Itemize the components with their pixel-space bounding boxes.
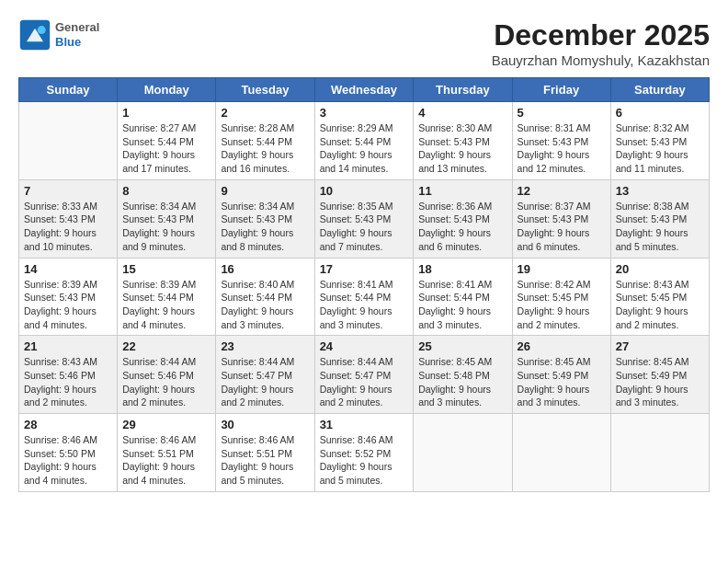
day-info: Sunrise: 8:31 AMSunset: 5:43 PMDaylight:… bbox=[518, 121, 606, 176]
day-number: 3 bbox=[320, 106, 409, 120]
calendar-header-tuesday: Tuesday bbox=[216, 78, 314, 102]
calendar-week-row: 7Sunrise: 8:33 AMSunset: 5:43 PMDaylight… bbox=[19, 179, 710, 258]
day-info: Sunrise: 8:45 AMSunset: 5:48 PMDaylight:… bbox=[418, 355, 506, 409]
calendar-cell bbox=[19, 102, 118, 180]
day-info: Sunrise: 8:29 AMSunset: 5:44 PMDaylight:… bbox=[320, 121, 409, 176]
calendar-cell: 26Sunrise: 8:45 AMSunset: 5:49 PMDayligh… bbox=[512, 336, 610, 414]
day-info: Sunrise: 8:27 AMSunset: 5:44 PMDaylight:… bbox=[122, 121, 210, 176]
logo-blue-text: Blue bbox=[55, 35, 99, 50]
day-number: 24 bbox=[320, 339, 409, 353]
day-number: 18 bbox=[418, 262, 506, 276]
day-number: 25 bbox=[418, 339, 506, 353]
calendar-cell: 1Sunrise: 8:27 AMSunset: 5:44 PMDaylight… bbox=[118, 102, 216, 180]
calendar-header-sunday: Sunday bbox=[19, 78, 118, 102]
day-number: 22 bbox=[122, 339, 210, 353]
page-title: December 2025 bbox=[492, 18, 710, 52]
day-number: 26 bbox=[518, 339, 606, 353]
day-number: 20 bbox=[616, 262, 704, 276]
day-info: Sunrise: 8:46 AMSunset: 5:51 PMDaylight:… bbox=[221, 433, 309, 488]
calendar-cell: 27Sunrise: 8:45 AMSunset: 5:49 PMDayligh… bbox=[610, 336, 709, 414]
page-header: General Blue December 2025 Bauyrzhan Mom… bbox=[18, 18, 710, 68]
svg-point-2 bbox=[38, 26, 46, 34]
calendar-header-wednesday: Wednesday bbox=[314, 78, 414, 102]
day-info: Sunrise: 8:45 AMSunset: 5:49 PMDaylight:… bbox=[518, 355, 606, 409]
calendar-cell: 6Sunrise: 8:32 AMSunset: 5:43 PMDaylight… bbox=[610, 102, 709, 180]
calendar-cell: 17Sunrise: 8:41 AMSunset: 5:44 PMDayligh… bbox=[314, 258, 414, 336]
day-info: Sunrise: 8:42 AMSunset: 5:45 PMDaylight:… bbox=[518, 278, 606, 332]
calendar-cell bbox=[414, 414, 512, 492]
day-number: 12 bbox=[518, 184, 606, 198]
calendar-header-monday: Monday bbox=[118, 78, 216, 102]
day-info: Sunrise: 8:43 AMSunset: 5:46 PMDaylight:… bbox=[24, 355, 112, 409]
day-number: 1 bbox=[122, 106, 210, 120]
day-number: 21 bbox=[24, 339, 112, 353]
calendar-cell: 21Sunrise: 8:43 AMSunset: 5:46 PMDayligh… bbox=[19, 336, 118, 414]
calendar-cell: 10Sunrise: 8:35 AMSunset: 5:43 PMDayligh… bbox=[314, 179, 414, 258]
calendar-header-row: SundayMondayTuesdayWednesdayThursdayFrid… bbox=[19, 78, 710, 102]
day-number: 27 bbox=[616, 339, 704, 353]
calendar-cell: 14Sunrise: 8:39 AMSunset: 5:43 PMDayligh… bbox=[19, 258, 118, 336]
calendar-week-row: 21Sunrise: 8:43 AMSunset: 5:46 PMDayligh… bbox=[19, 336, 710, 414]
day-number: 16 bbox=[221, 262, 309, 276]
day-info: Sunrise: 8:46 AMSunset: 5:51 PMDaylight:… bbox=[122, 433, 210, 488]
calendar-cell: 15Sunrise: 8:39 AMSunset: 5:44 PMDayligh… bbox=[118, 258, 216, 336]
calendar-cell bbox=[512, 414, 610, 492]
day-number: 30 bbox=[221, 418, 309, 431]
day-number: 14 bbox=[24, 262, 112, 276]
day-info: Sunrise: 8:30 AMSunset: 5:43 PMDaylight:… bbox=[418, 121, 506, 176]
calendar-cell: 24Sunrise: 8:44 AMSunset: 5:47 PMDayligh… bbox=[314, 336, 414, 414]
day-number: 2 bbox=[221, 106, 309, 120]
day-info: Sunrise: 8:39 AMSunset: 5:44 PMDaylight:… bbox=[122, 278, 210, 332]
day-number: 28 bbox=[24, 418, 112, 431]
day-number: 23 bbox=[221, 339, 309, 353]
day-info: Sunrise: 8:44 AMSunset: 5:47 PMDaylight:… bbox=[320, 355, 409, 409]
calendar-week-row: 14Sunrise: 8:39 AMSunset: 5:43 PMDayligh… bbox=[19, 258, 710, 336]
calendar-cell: 28Sunrise: 8:46 AMSunset: 5:50 PMDayligh… bbox=[19, 414, 118, 492]
day-number: 31 bbox=[320, 418, 409, 431]
day-info: Sunrise: 8:28 AMSunset: 5:44 PMDaylight:… bbox=[221, 121, 309, 176]
day-info: Sunrise: 8:35 AMSunset: 5:43 PMDaylight:… bbox=[320, 200, 409, 254]
day-info: Sunrise: 8:32 AMSunset: 5:43 PMDaylight:… bbox=[616, 121, 704, 176]
calendar-cell: 31Sunrise: 8:46 AMSunset: 5:52 PMDayligh… bbox=[314, 414, 414, 492]
day-info: Sunrise: 8:34 AMSunset: 5:43 PMDaylight:… bbox=[122, 200, 210, 254]
day-number: 11 bbox=[418, 184, 506, 198]
calendar-cell: 20Sunrise: 8:43 AMSunset: 5:45 PMDayligh… bbox=[610, 258, 709, 336]
calendar-cell: 11Sunrise: 8:36 AMSunset: 5:43 PMDayligh… bbox=[414, 179, 512, 258]
day-number: 6 bbox=[616, 106, 704, 120]
page-subtitle: Bauyrzhan Momyshuly, Kazakhstan bbox=[492, 52, 710, 68]
calendar-week-row: 28Sunrise: 8:46 AMSunset: 5:50 PMDayligh… bbox=[19, 414, 710, 492]
calendar-cell: 23Sunrise: 8:44 AMSunset: 5:47 PMDayligh… bbox=[216, 336, 314, 414]
calendar-cell: 3Sunrise: 8:29 AMSunset: 5:44 PMDaylight… bbox=[314, 102, 414, 180]
day-info: Sunrise: 8:34 AMSunset: 5:43 PMDaylight:… bbox=[221, 200, 309, 254]
day-number: 8 bbox=[122, 184, 210, 198]
day-info: Sunrise: 8:46 AMSunset: 5:52 PMDaylight:… bbox=[320, 433, 409, 488]
day-info: Sunrise: 8:43 AMSunset: 5:45 PMDaylight:… bbox=[616, 278, 704, 332]
day-number: 7 bbox=[24, 184, 112, 198]
calendar-cell bbox=[610, 414, 709, 492]
day-info: Sunrise: 8:38 AMSunset: 5:43 PMDaylight:… bbox=[616, 200, 704, 254]
calendar-cell: 13Sunrise: 8:38 AMSunset: 5:43 PMDayligh… bbox=[610, 179, 709, 258]
calendar-cell: 8Sunrise: 8:34 AMSunset: 5:43 PMDaylight… bbox=[118, 179, 216, 258]
day-info: Sunrise: 8:44 AMSunset: 5:46 PMDaylight:… bbox=[122, 355, 210, 409]
calendar-cell: 9Sunrise: 8:34 AMSunset: 5:43 PMDaylight… bbox=[216, 179, 314, 258]
day-number: 17 bbox=[320, 262, 409, 276]
calendar-cell: 16Sunrise: 8:40 AMSunset: 5:44 PMDayligh… bbox=[216, 258, 314, 336]
calendar-cell: 12Sunrise: 8:37 AMSunset: 5:43 PMDayligh… bbox=[512, 179, 610, 258]
calendar-week-row: 1Sunrise: 8:27 AMSunset: 5:44 PMDaylight… bbox=[19, 102, 710, 180]
day-info: Sunrise: 8:37 AMSunset: 5:43 PMDaylight:… bbox=[518, 200, 606, 254]
calendar-header-saturday: Saturday bbox=[610, 78, 709, 102]
day-number: 4 bbox=[418, 106, 506, 120]
logo-text: General Blue bbox=[55, 20, 99, 49]
day-number: 9 bbox=[221, 184, 309, 198]
calendar-table: SundayMondayTuesdayWednesdayThursdayFrid… bbox=[18, 77, 710, 492]
day-info: Sunrise: 8:33 AMSunset: 5:43 PMDaylight:… bbox=[24, 200, 112, 254]
calendar-cell: 4Sunrise: 8:30 AMSunset: 5:43 PMDaylight… bbox=[414, 102, 512, 180]
calendar-cell: 30Sunrise: 8:46 AMSunset: 5:51 PMDayligh… bbox=[216, 414, 314, 492]
calendar-cell: 2Sunrise: 8:28 AMSunset: 5:44 PMDaylight… bbox=[216, 102, 314, 180]
day-info: Sunrise: 8:46 AMSunset: 5:50 PMDaylight:… bbox=[24, 433, 112, 488]
calendar-cell: 19Sunrise: 8:42 AMSunset: 5:45 PMDayligh… bbox=[512, 258, 610, 336]
day-info: Sunrise: 8:41 AMSunset: 5:44 PMDaylight:… bbox=[320, 278, 409, 332]
day-info: Sunrise: 8:44 AMSunset: 5:47 PMDaylight:… bbox=[221, 355, 309, 409]
logo-icon bbox=[18, 18, 51, 52]
day-number: 10 bbox=[320, 184, 409, 198]
